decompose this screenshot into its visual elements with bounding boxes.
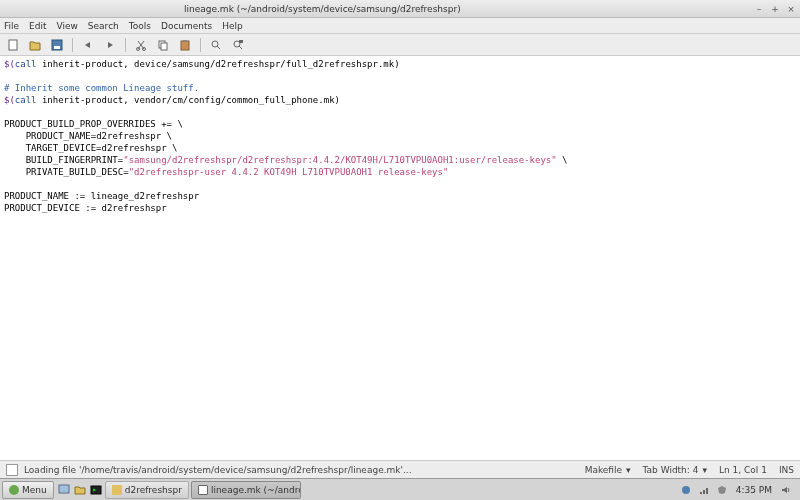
svg-rect-6 [161,43,167,50]
menu-file[interactable]: File [4,21,19,31]
shield-icon[interactable] [715,483,729,497]
taskbar-item-label: lineage.mk (~/androi... [211,485,301,495]
undo-button[interactable] [79,37,97,53]
svg-rect-17 [700,492,702,494]
redo-button[interactable] [101,37,119,53]
doc-icon [6,464,18,476]
taskbar: Menu d2refreshspr lineage.mk (~/androi..… [0,478,800,500]
svg-rect-8 [183,40,187,42]
code-string: "d2refreshspr-user 4.4.2 KOT49H L710TVPU… [129,167,449,177]
code-text: PRIVATE_BUILD_DESC= [4,167,129,177]
menu-edit[interactable]: Edit [29,21,46,31]
volume-icon[interactable] [779,483,793,497]
distro-logo-icon [9,485,19,495]
code-text: \ [557,155,568,165]
window-title: lineage.mk (~/android/system/device/sams… [184,4,754,14]
menu-tools[interactable]: Tools [129,21,151,31]
menu-view[interactable]: View [57,21,78,31]
menu-documents[interactable]: Documents [161,21,212,31]
file-manager-launcher[interactable] [73,483,87,497]
paste-button[interactable] [176,37,194,53]
copy-button[interactable] [154,37,172,53]
menu-search[interactable]: Search [88,21,119,31]
editor-icon [198,485,208,495]
svg-rect-7 [181,41,189,50]
svg-line-10 [217,46,220,49]
code-string: "samsung/d2refreshspr/d2refreshspr:4.4.2… [123,155,556,165]
taskbar-item[interactable]: d2refreshspr [105,481,189,499]
code-editor[interactable]: $(call inherit-product, device/samsung/d… [0,56,800,460]
update-icon[interactable] [679,483,693,497]
replace-button[interactable] [229,37,247,53]
maximize-button[interactable]: + [770,4,780,14]
code-text: PRODUCT_NAME := lineage_d2refreshspr [4,191,199,201]
svg-rect-13 [239,40,243,43]
code-text: \ [167,143,178,153]
network-icon[interactable] [697,483,711,497]
code-text: call [15,59,37,69]
find-button[interactable] [207,37,225,53]
code-text: $( [4,59,15,69]
menu-bar: File Edit View Search Tools Documents He… [0,18,800,34]
folder-icon [112,485,122,495]
new-doc-button[interactable] [4,37,22,53]
code-text: call [15,95,37,105]
taskbar-item-label: d2refreshspr [125,485,182,495]
start-menu-label: Menu [22,485,47,495]
code-text: $( [4,95,15,105]
code-comment: # Inherit some common Lineage stuff. [4,83,199,93]
code-text: d2refreshspr [96,131,161,141]
svg-rect-18 [703,490,705,494]
svg-line-12 [239,46,242,49]
toolbar [0,34,800,56]
toolbar-separator [72,38,73,52]
code-text: PRODUCT_NAME= [4,131,96,141]
svg-rect-2 [54,46,60,49]
minimize-button[interactable]: – [754,4,764,14]
code-text: inherit-product, device/samsung/d2refres… [37,59,400,69]
code-text: inherit-product, vendor/cm/config/common… [37,95,340,105]
tab-width-selector[interactable]: Tab Width: 4▾ [643,465,707,475]
cut-button[interactable] [132,37,150,53]
taskbar-item[interactable]: lineage.mk (~/androi... [191,481,301,499]
code-text: PRODUCT_BUILD_PROP_OVERRIDES += \ [4,119,183,129]
svg-point-16 [682,486,690,494]
language-selector[interactable]: Makefile▾ [585,465,631,475]
show-desktop-button[interactable] [57,483,71,497]
terminal-launcher[interactable] [89,483,103,497]
close-button[interactable]: × [786,4,796,14]
code-text: TARGET_DEVICE= [4,143,102,153]
code-text: d2refreshspr [102,143,167,153]
menu-help[interactable]: Help [222,21,243,31]
insert-mode[interactable]: INS [779,465,794,475]
toolbar-separator [200,38,201,52]
clock[interactable]: 4:35 PM [736,485,772,495]
svg-rect-0 [9,40,17,50]
toolbar-separator [125,38,126,52]
save-button[interactable] [48,37,66,53]
open-button[interactable] [26,37,44,53]
status-message: Loading file '/home/travis/android/syste… [24,465,573,475]
svg-rect-19 [706,488,708,494]
cursor-position: Ln 1, Col 1 [719,465,767,475]
code-text: BUILD_FINGERPRINT= [4,155,123,165]
title-bar: lineage.mk (~/android/system/device/sams… [0,0,800,18]
status-bar: Loading file '/home/travis/android/syste… [0,460,800,478]
svg-rect-14 [59,485,69,493]
system-tray: 4:35 PM [674,483,798,497]
code-text: PRODUCT_DEVICE := d2refreshspr [4,203,167,213]
start-menu-button[interactable]: Menu [2,481,54,499]
code-text: \ [161,131,172,141]
